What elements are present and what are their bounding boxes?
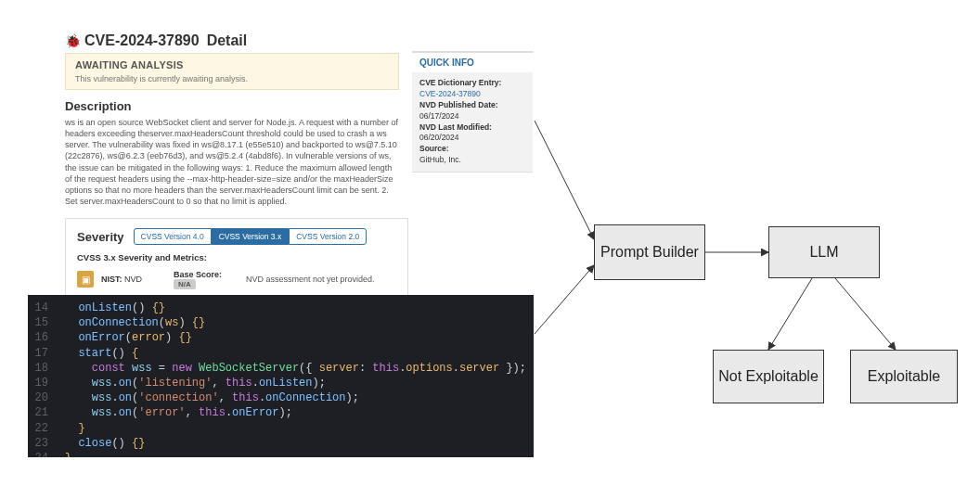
tab-cvss3x[interactable]: CVSS Version 3.x — [212, 228, 290, 245]
nist-icon: ▣ — [77, 271, 94, 288]
not-exploitable-node: Not Exploitable — [713, 350, 824, 403]
svg-line-1 — [535, 265, 594, 334]
cve-dict-link[interactable]: CVE-2024-37890 — [419, 89, 525, 100]
awaiting-title: AWAITING ANALYSIS — [75, 59, 389, 70]
quick-info-title: QUICK INFO — [412, 53, 533, 72]
quick-info-panel: QUICK INFO CVE Dictionary Entry: CVE-202… — [412, 51, 533, 173]
llm-node: LLM — [768, 226, 880, 278]
tab-cvss20[interactable]: CVSS Version 2.0 — [289, 228, 367, 245]
nist-label: NIST: NVD — [101, 275, 166, 284]
title-suffix: Detail — [207, 32, 248, 49]
description-text: ws is an open source WebSocket client an… — [65, 117, 399, 207]
exploitable-node: Exploitable — [850, 350, 958, 403]
severity-row-nist: ▣ NIST: NVD Base Score: N/A NVD assessme… — [77, 270, 396, 288]
bug-icon: 🐞 — [65, 33, 81, 48]
svg-line-4 — [835, 278, 896, 350]
prompt-builder-node: Prompt Builder — [594, 224, 705, 280]
severity-subtitle: CVSS 3.x Severity and Metrics: — [77, 252, 396, 262]
nvd-note: NVD assessment not yet provided. — [246, 275, 375, 284]
code-snippet: 14 15 16 17 18 19 20 21 22 23 24 onListe… — [28, 295, 534, 457]
svg-line-0 — [535, 121, 594, 239]
tab-cvss40[interactable]: CVSS Version 4.0 — [134, 228, 212, 245]
svg-line-3 — [768, 278, 812, 350]
quick-info-body: CVE Dictionary Entry: CVE-2024-37890 NVD… — [412, 72, 533, 172]
base-score-label: Base Score: N/A — [174, 270, 239, 288]
awaiting-subtitle: This vulnerability is currently awaiting… — [75, 74, 389, 83]
severity-title: Severity — [77, 230, 124, 244]
cvss-tabs: CVSS Version 4.0 CVSS Version 3.x CVSS V… — [134, 228, 368, 245]
awaiting-analysis-box: AWAITING ANALYSIS This vulnerability is … — [65, 53, 399, 90]
cve-id: CVE-2024-37890 — [84, 32, 200, 49]
line-gutter: 14 15 16 17 18 19 20 21 22 23 24 — [28, 295, 58, 457]
code-lines: onListen() {} onConnection(ws) {} onErro… — [58, 295, 534, 457]
page-title: 🐞 CVE-2024-37890 Detail — [65, 32, 529, 49]
